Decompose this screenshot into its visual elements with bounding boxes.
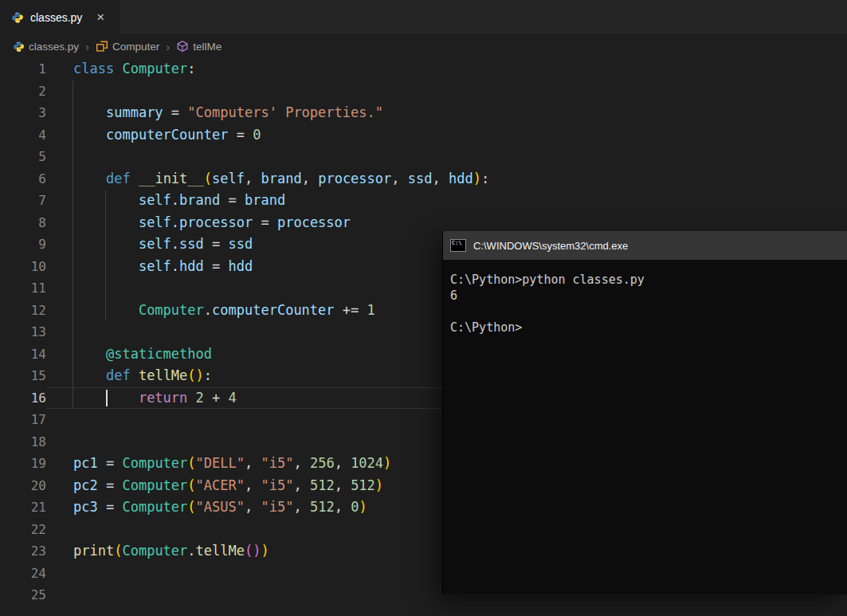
code-token: brand xyxy=(245,192,285,208)
indent-guide xyxy=(73,212,73,234)
python-icon xyxy=(11,11,24,24)
code-line[interactable]: 4 computerCounter = 0 xyxy=(0,124,847,147)
line-number[interactable]: 19 xyxy=(0,453,46,475)
code-token: , xyxy=(245,477,261,493)
code-token: ) xyxy=(383,455,391,471)
indent-guide xyxy=(73,277,73,300)
code-line[interactable]: 6 def __init__(self, brand, processor, s… xyxy=(0,168,847,190)
line-number[interactable]: 15 xyxy=(0,365,46,387)
line-number[interactable]: 5 xyxy=(0,146,46,168)
code-token: = xyxy=(98,477,123,493)
code-token: . xyxy=(204,302,212,318)
code-token: , xyxy=(302,171,318,186)
code-token xyxy=(73,214,139,230)
code-token: ( xyxy=(114,543,122,559)
breadcrumb-label: classes.py xyxy=(29,41,79,53)
code-token xyxy=(73,346,106,362)
line-number[interactable]: 4 xyxy=(0,124,46,147)
code-token: self xyxy=(139,214,171,230)
code-content[interactable] xyxy=(46,146,847,168)
code-token: ( xyxy=(187,477,195,493)
line-number[interactable]: 2 xyxy=(0,80,46,103)
code-token: = xyxy=(204,236,229,252)
line-number[interactable]: 12 xyxy=(0,300,46,322)
code-token: , xyxy=(245,455,261,471)
code-line[interactable]: 8 self.processor = processor xyxy=(0,212,847,234)
breadcrumb-item-file[interactable]: classes.py xyxy=(13,41,79,53)
tab-bar: classes.py × xyxy=(0,0,847,34)
cmd-titlebar[interactable]: C:\ C:\WINDOWS\system32\cmd.exe xyxy=(443,231,847,260)
line-number[interactable]: 9 xyxy=(0,233,46,256)
code-token: class xyxy=(73,61,114,77)
code-token: brand xyxy=(261,171,302,186)
line-number[interactable]: 25 xyxy=(0,584,46,606)
line-number[interactable]: 7 xyxy=(0,190,46,212)
code-token: processor xyxy=(179,214,253,230)
line-number[interactable]: 14 xyxy=(0,343,46,366)
line-number[interactable]: 24 xyxy=(0,563,46,585)
code-token: Computer xyxy=(122,455,187,471)
code-token xyxy=(73,367,106,383)
line-number[interactable]: 20 xyxy=(0,475,46,497)
code-token: 4 xyxy=(229,390,237,406)
code-token: ssd xyxy=(408,171,433,186)
line-number[interactable]: 17 xyxy=(0,409,46,431)
code-token: ) xyxy=(375,477,383,493)
line-number[interactable]: 16 xyxy=(0,387,46,410)
code-token: self xyxy=(212,171,245,186)
indent-guide xyxy=(73,190,73,212)
line-number[interactable]: 8 xyxy=(0,212,46,234)
breadcrumb-item-method[interactable]: tellMe xyxy=(176,40,222,53)
code-token xyxy=(131,171,139,186)
line-number[interactable]: 23 xyxy=(0,540,46,563)
code-token xyxy=(73,258,139,274)
code-content[interactable]: def __init__(self, brand, processor, ssd… xyxy=(46,168,847,190)
line-number[interactable]: 10 xyxy=(0,256,46,278)
tab-classes-py[interactable]: classes.py × xyxy=(0,0,120,34)
code-line[interactable]: 1class Computer: xyxy=(0,58,847,80)
python-icon xyxy=(13,41,25,53)
indent-guide xyxy=(73,168,73,190)
code-token: Computer xyxy=(122,477,187,493)
line-number[interactable]: 3 xyxy=(0,102,46,124)
line-number[interactable]: 11 xyxy=(0,277,46,300)
code-token: ( xyxy=(187,367,195,383)
indent-guide xyxy=(105,256,106,278)
code-content[interactable]: class Computer: xyxy=(46,58,847,80)
code-content[interactable]: self.processor = processor xyxy=(46,212,847,234)
code-token: "ACER" xyxy=(196,477,245,493)
code-content[interactable]: summary = "Computers' Properties." xyxy=(46,102,847,124)
code-line[interactable]: 7 self.brand = brand xyxy=(0,190,847,212)
line-number[interactable]: 1 xyxy=(0,58,46,80)
close-icon[interactable]: × xyxy=(96,10,104,24)
code-token: ( xyxy=(204,171,212,186)
code-token: . xyxy=(171,236,179,252)
code-token: = xyxy=(163,104,188,120)
code-token: brand xyxy=(179,192,220,208)
line-number[interactable]: 13 xyxy=(0,321,46,343)
terminal-line: C:\Python> xyxy=(450,320,840,335)
code-line[interactable]: 5 xyxy=(0,146,847,168)
code-line[interactable]: 2 xyxy=(0,80,847,103)
code-content[interactable]: self.brand = brand xyxy=(46,190,847,212)
code-token: = xyxy=(220,192,245,208)
code-token: "i5" xyxy=(261,499,293,515)
code-token: , xyxy=(293,477,309,493)
indent-guide xyxy=(73,80,73,103)
breadcrumb-item-class[interactable]: Computer xyxy=(96,40,159,53)
code-token: : xyxy=(204,367,212,383)
cmd-output[interactable]: C:\Python>python classes.py6 C:\Python> xyxy=(443,260,847,347)
code-token: ) xyxy=(253,543,261,559)
code-token: tellMe xyxy=(139,367,187,383)
line-number[interactable]: 21 xyxy=(0,496,46,519)
code-content[interactable] xyxy=(46,80,847,103)
line-number[interactable]: 22 xyxy=(0,519,46,541)
line-number[interactable]: 18 xyxy=(0,431,46,453)
vscode-window: classes.py × classes.py › Com xyxy=(0,0,847,616)
code-content[interactable]: computerCounter = 0 xyxy=(46,124,847,147)
code-token: ssd xyxy=(229,236,253,252)
code-token: , xyxy=(391,171,407,186)
indent-guide xyxy=(73,343,73,366)
code-line[interactable]: 3 summary = "Computers' Properties." xyxy=(0,102,847,124)
line-number[interactable]: 6 xyxy=(0,168,46,190)
